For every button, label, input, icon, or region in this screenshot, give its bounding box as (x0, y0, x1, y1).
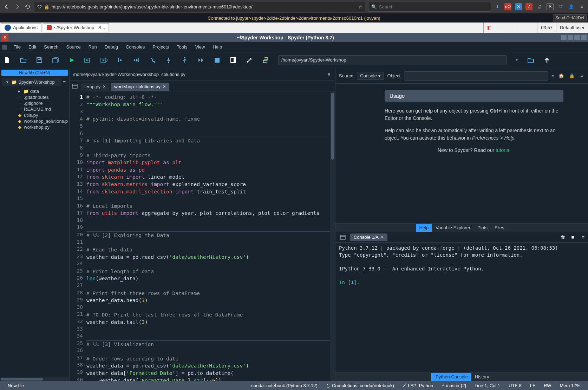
status-git[interactable]: ⑂master [2] (437, 383, 470, 388)
editor-scrollbar[interactable] (330, 91, 335, 381)
debug-continue-button[interactable] (197, 57, 204, 64)
lock-icon[interactable]: 🔒 (568, 72, 575, 79)
back-button[interactable] (3, 3, 11, 11)
status-eol[interactable]: LF (526, 383, 540, 388)
ext-z-icon[interactable]: Z (525, 3, 533, 10)
debug-button[interactable] (133, 57, 140, 64)
tab-temp[interactable]: temp.py✕ (81, 83, 109, 91)
ext-print-icon[interactable]: 🖨 (536, 3, 543, 10)
download-icon[interactable]: ⬇ (494, 3, 501, 10)
menu-projects[interactable]: Projects (149, 43, 172, 51)
object-input[interactable] (404, 71, 548, 81)
debug-stop-button[interactable] (214, 57, 221, 64)
preferences-button[interactable] (246, 57, 253, 64)
browse-dir-button[interactable] (527, 57, 534, 64)
close-button[interactable] (581, 35, 587, 40)
sidebar-scrollbar[interactable] (0, 377, 69, 381)
close-icon[interactable]: ✕ (163, 84, 166, 89)
bookmark-star-icon[interactable]: ☆ (358, 4, 362, 9)
ext-shield-icon[interactable]: 🛡 (557, 3, 564, 10)
tray-slot-1[interactable]: ◧ (483, 23, 495, 33)
obj-dropdown-icon[interactable]: ▾ (552, 73, 554, 78)
menu-search[interactable]: Search (40, 43, 62, 51)
tree-item-workshop_solutions-p[interactable]: ◆workshop_solutions.p (0, 118, 69, 124)
tab-help[interactable]: Help (416, 224, 432, 232)
interrupt-icon[interactable]: ■ (571, 235, 574, 240)
project-options-icon[interactable]: ≡ (61, 78, 67, 86)
console-prompt[interactable]: In [1]: (339, 279, 584, 286)
tree-item-utils-py[interactable]: ◆utils.py (0, 112, 69, 118)
browser-search[interactable]: 🔍 (368, 2, 491, 12)
run-cell-button[interactable] (84, 57, 91, 64)
restore-button[interactable] (574, 35, 580, 40)
tab-workshop-solutions[interactable]: workshop_solutions.py✕ (111, 83, 169, 91)
debug-stepin-button[interactable] (165, 57, 172, 64)
reload-button[interactable] (24, 3, 32, 11)
tree-item-workshop-py[interactable]: ◆workshop.py (0, 124, 69, 130)
menu-file[interactable]: File (10, 43, 24, 51)
open-toolbar-button[interactable] (20, 57, 27, 64)
tab-plots[interactable]: Plots (474, 224, 491, 232)
ext-ublock-icon[interactable]: uO (504, 3, 511, 10)
tab-variable-explorer[interactable]: Variable Explorer (432, 224, 474, 232)
menu-run[interactable]: Run (85, 43, 100, 51)
newfile-toolbar-button[interactable] (4, 57, 11, 64)
task-window-button[interactable]: ~/Spyder-Workshop - S... (43, 23, 109, 32)
source-select[interactable]: Console ▾ (357, 72, 384, 80)
tree-item-data[interactable]: ▸📁data (0, 88, 69, 94)
tab-ipython-console[interactable]: IPython Console (431, 373, 471, 381)
menu-consoles[interactable]: Consoles (122, 43, 148, 51)
help-options-icon[interactable]: ≡ (579, 72, 584, 80)
browser-menu-icon[interactable]: ≡ (578, 3, 585, 10)
url-bar[interactable]: 🛡 🔒 https://notebooks.gesis.org/binder/j… (34, 2, 365, 12)
editor-options-icon[interactable]: ≡ (326, 70, 332, 78)
run-button[interactable] (68, 57, 75, 64)
home-icon[interactable]: 🏠 (558, 72, 565, 79)
menu-help[interactable]: Help (209, 43, 226, 51)
console-options-icon[interactable]: ≡ (580, 233, 586, 241)
tree-item--gitignore[interactable]: ▫.gitignore (0, 100, 69, 106)
debug-step-button[interactable] (149, 57, 156, 64)
status-encoding[interactable]: UTF-8 (504, 383, 526, 388)
console-tab-1a[interactable]: Console 1/A✕ (350, 234, 387, 241)
menu-debug[interactable]: Debug (101, 43, 122, 51)
run-cell-advance-button[interactable] (100, 57, 107, 64)
code-editor[interactable]: 1234567891011121314151617181920212223242… (70, 91, 335, 381)
status-completions[interactable]: ⭮Completions: conda(notebook) (322, 383, 398, 388)
run-selection-button[interactable] (117, 57, 124, 64)
tab-browse-icon[interactable] (70, 84, 80, 89)
tree-item--gitattributes[interactable]: ▫.gitattributes (0, 94, 69, 100)
status-conda[interactable]: conda: notebook (Python 3.7.12) (247, 383, 322, 388)
wd-dropdown-icon[interactable]: ▾ (516, 57, 518, 63)
close-icon[interactable]: ✕ (103, 84, 106, 89)
tree-item-README-md[interactable]: ▫README.md (0, 106, 69, 112)
tutorial-link[interactable]: tutorial (496, 147, 510, 153)
menu-view[interactable]: View (191, 43, 208, 51)
console-output[interactable]: Python 3.7.12 | packaged by conda-forge … (335, 243, 588, 372)
debug-stepout-button[interactable] (181, 57, 188, 64)
working-dir-input[interactable]: /home/jovyan/Spyder-Workshop (278, 55, 507, 65)
python-path-button[interactable] (262, 57, 269, 64)
control-box-icon[interactable] (2, 45, 7, 50)
menu-edit[interactable]: Edit (25, 43, 40, 51)
ext-s2-icon[interactable]: S (547, 3, 554, 10)
forward-button[interactable] (13, 3, 21, 11)
parent-dir-button[interactable] (543, 57, 550, 64)
ext-s-icon[interactable]: S (515, 3, 522, 10)
project-root[interactable]: ▾ 📁 Spyder-Workshop (2, 78, 61, 86)
applications-button[interactable]: Applications (1, 23, 41, 32)
remove-vars-icon[interactable]: 🗑 (561, 235, 565, 240)
minimize-button[interactable] (561, 35, 567, 40)
tab-files[interactable]: Files (491, 224, 508, 232)
user-label[interactable]: Default user (556, 23, 588, 33)
menu-source[interactable]: Source (63, 43, 84, 51)
console-browse-icon[interactable] (338, 235, 348, 240)
maximize-button[interactable] (568, 35, 573, 40)
send-ctrlaltdel-button[interactable]: Send CtrlAltDel (553, 14, 587, 21)
maximize-pane-button[interactable] (230, 57, 237, 64)
saveall-toolbar-button[interactable] (52, 57, 59, 64)
status-lsp[interactable]: ✓LSP: Python (398, 383, 437, 388)
save-toolbar-button[interactable] (36, 57, 43, 64)
menu-tools[interactable]: Tools (173, 43, 191, 51)
ext-cat-icon[interactable]: 👤 (568, 3, 575, 10)
